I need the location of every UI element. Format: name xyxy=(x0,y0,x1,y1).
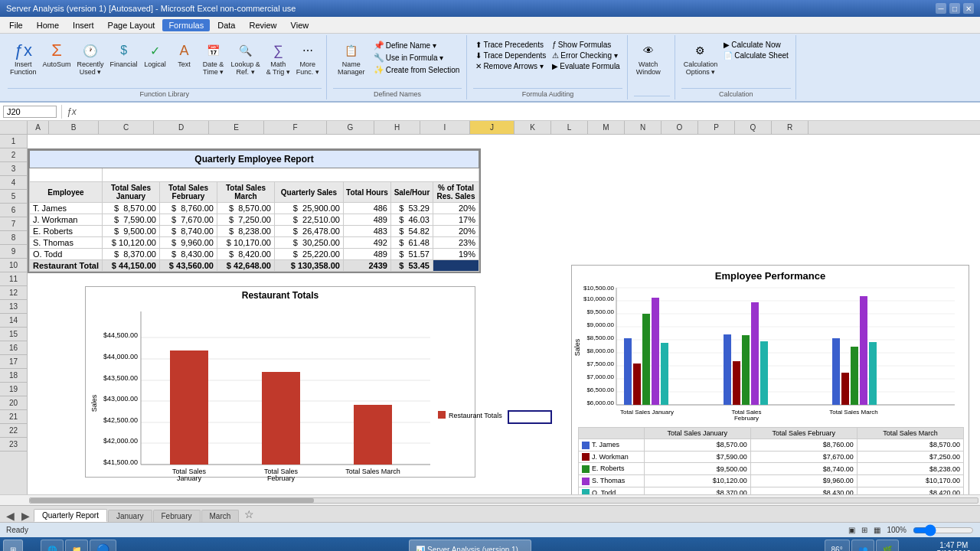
minimize-button[interactable]: ─ xyxy=(936,3,946,14)
trace-precedents-button[interactable]: ⬆Trace Precedents xyxy=(473,40,548,50)
taskbar-chrome[interactable]: 🔵 xyxy=(90,540,116,551)
normal-view-icon[interactable]: ▣ xyxy=(848,526,855,534)
lookup-reference-button[interactable]: 🔍 Lookup &Ref. ▾ xyxy=(229,38,263,78)
horizontal-scrollbar[interactable] xyxy=(0,494,980,505)
remove-arrows-button[interactable]: ✕Remove Arrows ▾ xyxy=(473,61,548,71)
col-header-i[interactable]: I xyxy=(420,121,470,134)
menu-page-layout[interactable]: Page Layout xyxy=(102,19,162,31)
row-header-18[interactable]: 18 xyxy=(0,369,27,383)
col-header-b[interactable]: B xyxy=(49,121,99,134)
col-header-n[interactable]: N xyxy=(625,121,662,134)
page-break-icon[interactable]: ▦ xyxy=(874,526,880,534)
restore-button[interactable]: □ xyxy=(949,3,960,14)
col-header-f[interactable]: F xyxy=(264,121,327,134)
calculation-options-button[interactable]: ⚙ CalculationOptions ▾ xyxy=(681,38,720,78)
col-header-k[interactable]: K xyxy=(514,121,551,134)
tab-january[interactable]: January xyxy=(108,510,152,522)
row-header-8[interactable]: 8 xyxy=(0,231,27,245)
menu-data[interactable]: Data xyxy=(211,19,241,31)
row-header-13[interactable]: 13 xyxy=(0,300,27,314)
col-header-j[interactable]: J xyxy=(470,121,514,134)
close-button[interactable]: ✕ xyxy=(963,3,974,14)
col-header-m[interactable]: M xyxy=(588,121,625,134)
row-header-7[interactable]: 7 xyxy=(0,217,27,231)
menu-view[interactable]: View xyxy=(285,19,315,31)
row-header-1[interactable]: 1 xyxy=(0,135,27,148)
row-header-14[interactable]: 14 xyxy=(0,314,27,328)
recently-used-button[interactable]: 🕐 RecentlyUsed ▾ xyxy=(75,38,106,78)
taskbar-excel[interactable]: 📊 Server Analysis (version 1)... xyxy=(409,540,531,551)
col-header-q[interactable]: Q xyxy=(735,121,772,134)
row-header-6[interactable]: 6 xyxy=(0,204,27,217)
insert-function-button[interactable]: ƒx InsertFunction xyxy=(8,38,39,78)
row-header-19[interactable]: 19 xyxy=(0,383,27,396)
name-manager-button[interactable]: 📋 NameManager xyxy=(333,38,370,78)
row-header-5[interactable]: 5 xyxy=(0,190,27,204)
math-trig-button[interactable]: ∑ Math& Trig ▾ xyxy=(264,38,292,78)
menu-home[interactable]: Home xyxy=(31,19,65,31)
error-checking-button[interactable]: ⚠Error Checking ▾ xyxy=(550,51,622,60)
page-layout-icon[interactable]: ⊞ xyxy=(861,526,867,534)
col-header-l[interactable]: L xyxy=(551,121,588,134)
show-formulas-button[interactable]: ƒShow Formulas xyxy=(550,40,622,50)
cell-reference-input[interactable] xyxy=(3,106,57,118)
tab-march[interactable]: March xyxy=(201,510,240,522)
date-time-button[interactable]: 📅 Date &Time ▾ xyxy=(200,38,227,78)
col-header-d[interactable]: D xyxy=(154,121,209,134)
watch-window-button[interactable]: 👁 WatchWindow xyxy=(634,38,663,78)
col-header-p[interactable]: P xyxy=(698,121,735,134)
taskbar-ie[interactable]: 🌐 xyxy=(41,540,64,551)
row-header-23[interactable]: 23 xyxy=(0,438,27,452)
taskbar-green[interactable]: 🌿 xyxy=(876,540,899,551)
text-button[interactable]: A Text xyxy=(171,38,198,70)
col-header-o[interactable]: O xyxy=(662,121,698,134)
row-header-3[interactable]: 3 xyxy=(0,162,27,176)
logical-button[interactable]: ✓ Logical xyxy=(142,38,169,70)
row-header-15[interactable]: 15 xyxy=(0,328,27,341)
start-button[interactable]: ⊞ xyxy=(3,540,23,551)
menu-formulas[interactable]: Formulas xyxy=(162,19,210,31)
tab-quarterly-report[interactable]: Quarterly Report xyxy=(34,509,107,522)
col-header-e[interactable]: E xyxy=(209,121,264,134)
menu-insert[interactable]: Insert xyxy=(67,19,100,31)
taskbar-users[interactable]: 👥 xyxy=(851,540,874,551)
more-functions-button[interactable]: ⋯ MoreFunc. ▾ xyxy=(294,38,322,78)
evaluate-formula-button[interactable]: ▶Evaluate Formula xyxy=(550,61,622,71)
tab-february[interactable]: February xyxy=(153,510,201,522)
row-header-20[interactable]: 20 xyxy=(0,396,27,410)
col-header-g[interactable]: G xyxy=(327,121,374,134)
add-sheet-button[interactable]: ☆ xyxy=(240,507,259,522)
sheet-nav-left[interactable]: ◀ xyxy=(3,510,18,522)
row-header-4[interactable]: 4 xyxy=(0,176,27,190)
trace-dependents-button[interactable]: ⬇Trace Dependents xyxy=(473,51,548,60)
row-header-9[interactable]: 9 xyxy=(0,245,27,259)
row-header-2[interactable]: 2 xyxy=(0,148,27,162)
col-header-h[interactable]: H xyxy=(374,121,420,134)
menu-review[interactable]: Review xyxy=(243,19,283,31)
calculate-now-button[interactable]: ▶Calculate Now xyxy=(721,40,791,50)
calculate-sheet-button[interactable]: 📄Calculate Sheet xyxy=(721,51,791,60)
row-header-10[interactable]: 10 xyxy=(0,259,27,272)
define-name-button[interactable]: 📌 Define Name ▾ xyxy=(371,40,462,51)
row-header-17[interactable]: 17 xyxy=(0,355,27,369)
selected-cell-j20[interactable] xyxy=(508,410,552,424)
create-from-selection-button[interactable]: ✨ Create from Selection xyxy=(371,64,462,76)
col-header-r[interactable]: R xyxy=(772,121,808,134)
row-header-22[interactable]: 22 xyxy=(0,424,27,438)
formula-input[interactable] xyxy=(83,107,977,116)
financial-button[interactable]: $ Financial xyxy=(108,38,140,70)
autosum-button[interactable]: Σ AutoSum xyxy=(41,38,74,70)
row-header-11[interactable]: 11 xyxy=(0,272,27,286)
row-header-12[interactable]: 12 xyxy=(0,286,27,300)
row-header-16[interactable]: 16 xyxy=(0,341,27,355)
col-header-a[interactable]: A xyxy=(28,121,49,134)
col-header-c[interactable]: C xyxy=(99,121,154,134)
taskbar-weather[interactable]: 86° xyxy=(825,540,850,551)
use-in-formula-button[interactable]: 🔧 Use in Formula ▾ xyxy=(371,52,462,64)
menu-file[interactable]: File xyxy=(3,19,29,31)
sheet-nav-right[interactable]: ▶ xyxy=(18,510,33,522)
window-controls[interactable]: ─ □ ✕ xyxy=(936,3,974,14)
zoom-slider[interactable] xyxy=(913,524,974,536)
taskbar-explorer[interactable]: 📁 xyxy=(65,540,88,551)
row-header-21[interactable]: 21 xyxy=(0,410,27,424)
